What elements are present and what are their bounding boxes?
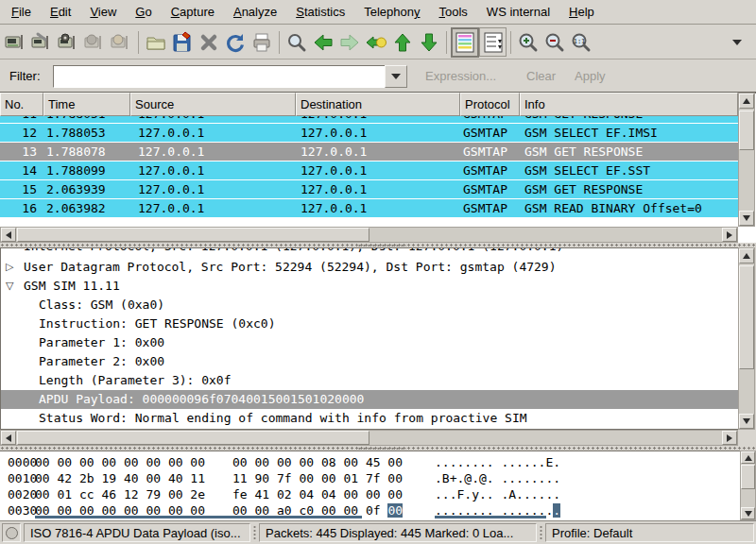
print-button[interactable] xyxy=(249,28,275,57)
scroll-right-button[interactable] xyxy=(722,431,737,445)
capture-options-button[interactable] xyxy=(28,28,55,57)
scroll-down-button[interactable] xyxy=(741,507,755,519)
details-vscrollbar[interactable] xyxy=(738,247,755,430)
scroll-thumb[interactable] xyxy=(739,110,754,150)
arrow-right-icon xyxy=(338,31,361,54)
column-header-time[interactable]: Time xyxy=(43,93,130,116)
menu-help[interactable]: Help xyxy=(559,2,604,22)
capture-start-button[interactable] xyxy=(55,28,81,57)
nic-wrench-icon xyxy=(30,31,53,54)
column-header-destination[interactable]: Destination xyxy=(296,93,460,116)
column-header-info[interactable]: Info xyxy=(520,93,738,116)
save-file-button[interactable] xyxy=(169,28,196,57)
hex-row[interactable]: 0010 00 42 2b 19 40 00 40 11 11 90 7f 00… xyxy=(0,470,756,486)
scroll-down-button[interactable] xyxy=(739,211,754,226)
triangle-left-icon xyxy=(6,231,11,239)
filter-bar: Filter: Expression... Clear Apply xyxy=(0,60,756,93)
floppy-icon xyxy=(171,31,194,54)
scroll-thumb[interactable] xyxy=(739,265,754,369)
go-to-top-button[interactable] xyxy=(389,28,416,57)
hex-row[interactable]: 0000 00 00 00 00 00 00 00 00 00 00 00 00… xyxy=(0,454,756,470)
zoom-out-button[interactable] xyxy=(541,28,568,57)
interfaces-list-button[interactable] xyxy=(2,28,28,57)
detail-line-gsm-sim[interactable]: ▽ GSM SIM 11.11 xyxy=(1,277,738,296)
search-icon xyxy=(285,31,308,54)
filter-dropdown-button[interactable] xyxy=(385,65,407,88)
scroll-right-button[interactable] xyxy=(722,228,737,242)
expander-collapsed-icon[interactable]: ▷ xyxy=(6,258,13,277)
next-row-highlight xyxy=(35,516,362,518)
colorize-toggle-button[interactable] xyxy=(451,27,479,58)
statusbar-grip[interactable] xyxy=(252,525,257,540)
packet-list-hscrollbar[interactable] xyxy=(0,227,738,243)
go-to-bottom-button[interactable] xyxy=(416,28,442,57)
menu-view[interactable]: View xyxy=(80,2,126,22)
table-row-clipped[interactable]: 11 1.788051 127.0.0.1 127.0.0.1 GSMTAP G… xyxy=(0,116,738,124)
menu-capture[interactable]: Capture xyxy=(162,2,224,22)
column-header-source[interactable]: Source xyxy=(130,93,296,116)
menu-file[interactable]: File xyxy=(2,2,41,22)
scroll-thumb[interactable] xyxy=(17,431,369,445)
capture-stop-button xyxy=(81,28,108,57)
chevron-down-icon xyxy=(391,74,401,79)
details-hscrollbar[interactable] xyxy=(0,430,738,446)
table-row-selected[interactable]: 13 1.788078 127.0.0.1 127.0.0.1 GSMTAP G… xyxy=(0,143,738,162)
scroll-thumb[interactable] xyxy=(741,465,755,489)
go-back-button[interactable] xyxy=(310,28,336,57)
table-row[interactable]: 12 1.788053 127.0.0.1 127.0.0.1 GSMTAP G… xyxy=(0,124,738,143)
reload-file-button[interactable] xyxy=(222,28,249,57)
menu-go[interactable]: Go xyxy=(126,2,161,22)
column-header-protocol[interactable]: Protocol xyxy=(460,93,520,116)
detail-line-parameter1[interactable]: Parameter 1: 0x00 xyxy=(1,333,738,352)
scroll-up-button[interactable] xyxy=(741,451,755,464)
packet-list-header: No. Time Source Destination Protocol Inf… xyxy=(0,93,738,116)
detail-line-udp[interactable]: ▷ User Datagram Protocol, Src Port: 5229… xyxy=(1,258,738,277)
toolbar-overflow-button[interactable] xyxy=(724,28,750,57)
menu-statistics[interactable]: Statistics xyxy=(286,2,354,22)
expert-info-button[interactable] xyxy=(2,523,21,542)
detail-line-status-word[interactable]: Status Word: Normal ending of command wi… xyxy=(1,409,738,428)
hex-offset: 0030 xyxy=(8,502,37,518)
menu-ws-internal[interactable]: WS internal xyxy=(477,2,559,22)
open-file-button[interactable] xyxy=(143,28,169,57)
scroll-left-button[interactable] xyxy=(1,431,16,445)
expression-button: Expression... xyxy=(425,69,496,83)
menu-analyze[interactable]: Analyze xyxy=(224,2,286,22)
table-row[interactable]: 15 2.063939 127.0.0.1 127.0.0.1 GSMTAP G… xyxy=(0,180,738,199)
scroll-up-button[interactable] xyxy=(739,248,754,264)
detail-line-apdu-payload-selected[interactable]: APDU Payload: 000000096f0704001500150102… xyxy=(1,390,738,409)
menu-telephony[interactable]: Telephony xyxy=(354,2,429,22)
chevron-down-icon xyxy=(732,40,742,45)
go-to-packet-button[interactable] xyxy=(363,28,389,57)
detail-line-parameter2[interactable]: Parameter 2: 0x00 xyxy=(1,352,738,371)
auto-scroll-toggle-button[interactable] xyxy=(479,27,507,57)
bytes-vscrollbar[interactable] xyxy=(740,450,756,520)
detail-line-class[interactable]: Class: GSM (0xa0) xyxy=(1,296,738,314)
zoom-normal-button[interactable]: 1:1 xyxy=(568,28,594,57)
scroll-up-button[interactable] xyxy=(739,94,754,109)
scroll-left-button[interactable] xyxy=(1,228,16,242)
table-row[interactable]: 16 2.063982 127.0.0.1 127.0.0.1 GSMTAP G… xyxy=(0,199,738,218)
scroll-down-button[interactable] xyxy=(739,414,754,429)
close-file-button[interactable] xyxy=(196,28,222,57)
find-packet-button[interactable] xyxy=(284,28,310,57)
packet-list-vscrollbar[interactable] xyxy=(738,93,755,227)
zoom-in-icon xyxy=(517,31,540,54)
triangle-down-icon xyxy=(743,215,750,221)
capture-restart-button xyxy=(108,28,134,57)
statusbar-grip[interactable] xyxy=(539,525,543,540)
hex-row[interactable]: 0020 00 01 cc 46 12 79 00 2e fe 41 02 04… xyxy=(0,486,756,502)
column-header-no[interactable]: No. xyxy=(0,93,43,116)
expander-expanded-icon[interactable]: ▽ xyxy=(6,277,13,296)
detail-line-length[interactable]: Length (Parameter 3): 0x0f xyxy=(1,371,738,390)
auto-scroll-icon xyxy=(484,32,503,53)
triangle-left-icon xyxy=(6,434,11,442)
table-row[interactable]: 14 1.788099 127.0.0.1 127.0.0.1 GSMTAP G… xyxy=(0,162,738,180)
menu-tools[interactable]: Tools xyxy=(430,2,477,22)
detail-line-clipped[interactable]: Internet Protocol, Src: 127.0.0.1 (127.0… xyxy=(1,248,738,258)
menu-edit[interactable]: Edit xyxy=(41,2,80,22)
detail-line-instruction[interactable]: Instruction: GET RESPONSE (0xc0) xyxy=(1,314,738,333)
filter-input[interactable] xyxy=(53,65,386,88)
scroll-thumb[interactable] xyxy=(17,228,369,242)
zoom-in-button[interactable] xyxy=(515,28,541,57)
